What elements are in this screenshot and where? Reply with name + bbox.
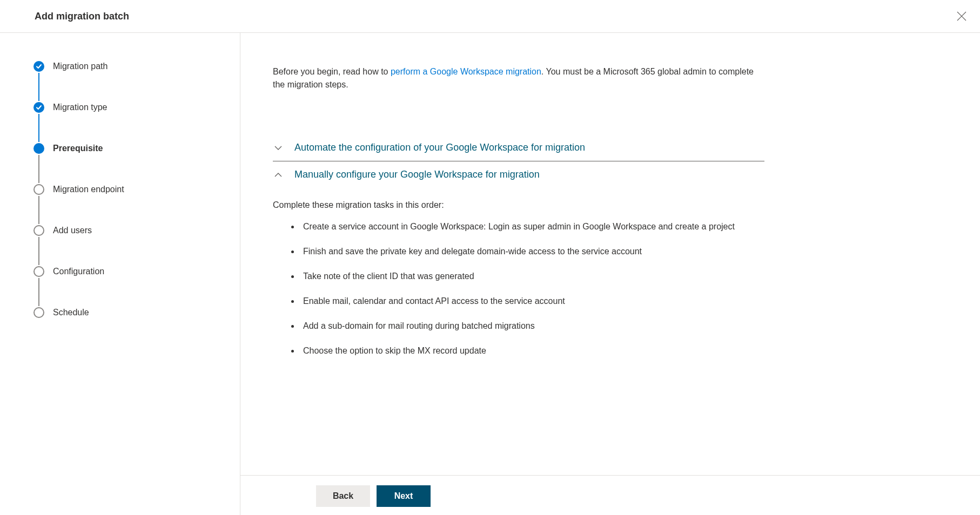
step-label: Migration type <box>53 103 108 112</box>
step-connector <box>38 196 39 224</box>
accordion-manual: Manually configure your Google Workspace… <box>273 161 764 375</box>
step-migration-path[interactable]: Migration path <box>33 60 229 73</box>
accordion-body-manual: Complete these migration tasks in this o… <box>273 188 764 375</box>
intro-before: Before you begin, read how to <box>273 67 391 76</box>
step-circle-current <box>33 143 44 154</box>
step-connector <box>38 73 39 101</box>
step-prerequisite[interactable]: Prerequisite <box>33 142 229 155</box>
step-migration-endpoint[interactable]: Migration endpoint <box>33 183 229 196</box>
close-icon <box>957 11 966 21</box>
step-connector <box>38 114 39 142</box>
check-icon <box>36 63 42 70</box>
check-icon <box>36 104 42 111</box>
step-list: Migration path Migration type Prerequisi… <box>33 60 229 319</box>
accordion: Automate the configuration of your Googl… <box>273 134 764 375</box>
task-item: Take note of the client ID that was gene… <box>300 270 748 283</box>
step-label: Prerequisite <box>53 144 103 153</box>
step-migration-type[interactable]: Migration type <box>33 101 229 114</box>
footer: Back Next <box>240 475 980 515</box>
step-connector <box>38 278 39 306</box>
task-item: Finish and save the private key and dele… <box>300 245 748 258</box>
chevron-up-icon <box>273 170 284 180</box>
step-connector <box>38 237 39 265</box>
step-circle-completed <box>33 102 44 113</box>
step-label: Schedule <box>53 308 89 317</box>
step-label: Add users <box>53 226 92 235</box>
tasks-intro: Complete these migration tasks in this o… <box>273 199 764 212</box>
step-circle-upcoming <box>33 225 44 236</box>
task-item: Enable mail, calendar and contact API ac… <box>300 295 748 308</box>
intro-link[interactable]: perform a Google Workspace migration <box>391 67 541 76</box>
accordion-header-automate[interactable]: Automate the configuration of your Googl… <box>273 134 764 161</box>
close-button[interactable] <box>954 9 969 24</box>
step-connector <box>38 155 39 183</box>
step-add-users[interactable]: Add users <box>33 224 229 237</box>
accordion-title: Manually configure your Google Workspace… <box>294 169 540 180</box>
step-schedule[interactable]: Schedule <box>33 306 229 319</box>
accordion-header-manual[interactable]: Manually configure your Google Workspace… <box>273 161 764 188</box>
wizard-steps-sidebar: Migration path Migration type Prerequisi… <box>0 33 240 515</box>
task-item: Create a service account in Google Works… <box>300 220 748 233</box>
accordion-title: Automate the configuration of your Googl… <box>294 142 585 153</box>
step-circle-upcoming <box>33 266 44 277</box>
main-panel: Before you begin, read how to perform a … <box>240 33 980 515</box>
intro-text: Before you begin, read how to perform a … <box>273 65 759 91</box>
dialog-body: Migration path Migration type Prerequisi… <box>0 33 980 515</box>
step-circle-completed <box>33 61 44 72</box>
step-label: Configuration <box>53 267 104 276</box>
task-item: Choose the option to skip the MX record … <box>300 344 748 357</box>
dialog-header: Add migration batch <box>0 0 980 33</box>
page-title: Add migration batch <box>35 11 129 22</box>
step-label: Migration endpoint <box>53 185 124 194</box>
step-circle-upcoming <box>33 307 44 318</box>
chevron-down-icon <box>273 143 284 153</box>
content-area: Before you begin, read how to perform a … <box>240 33 980 475</box>
step-label: Migration path <box>53 62 108 71</box>
back-button[interactable]: Back <box>316 485 370 507</box>
task-item: Add a sub-domain for mail routing during… <box>300 320 748 333</box>
tasks-list: Create a service account in Google Works… <box>273 220 764 357</box>
step-configuration[interactable]: Configuration <box>33 265 229 278</box>
next-button[interactable]: Next <box>377 485 431 507</box>
step-circle-upcoming <box>33 184 44 195</box>
accordion-automate: Automate the configuration of your Googl… <box>273 134 764 161</box>
